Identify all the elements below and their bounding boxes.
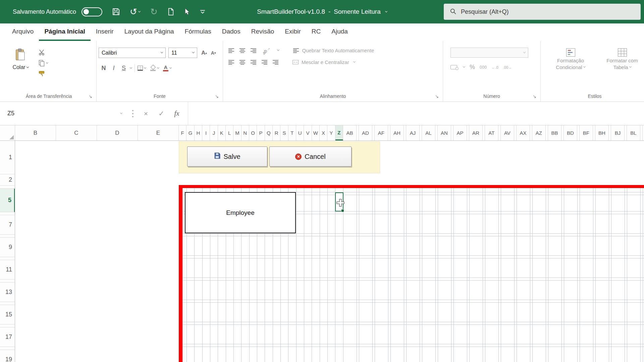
column-header-W[interactable]: W (312, 125, 320, 140)
column-header-F[interactable]: F (179, 125, 186, 140)
column-header-G[interactable]: G (186, 125, 194, 140)
tab-f-rmulas[interactable]: Fórmulas (179, 23, 217, 41)
column-header-AZ[interactable]: AZ (532, 125, 546, 140)
bold-button[interactable]: N (99, 65, 109, 72)
column-header-AP[interactable]: AP (453, 125, 467, 140)
column-sep[interactable] (420, 125, 422, 140)
document-icon[interactable] (168, 8, 174, 15)
name-box[interactable]: Z5 (0, 102, 127, 125)
formula-input[interactable] (188, 102, 644, 125)
column-header-N[interactable]: N (241, 125, 249, 140)
align-middle-icon[interactable] (239, 48, 245, 53)
column-header-AH[interactable]: AH (390, 125, 404, 140)
underline-chevron-icon[interactable] (130, 66, 132, 68)
row-header-7[interactable]: 7 (0, 215, 15, 235)
font-dialog-launcher-icon[interactable] (215, 94, 219, 99)
row-header-19[interactable]: 19 (0, 350, 15, 362)
column-header-AF[interactable]: AF (375, 125, 388, 140)
tab-rc[interactable]: RC (306, 23, 326, 41)
column-sep[interactable] (451, 125, 453, 140)
column-header-BL[interactable]: BL (627, 125, 640, 140)
column-sep[interactable] (625, 125, 627, 140)
undo-icon[interactable]: ↺ (130, 7, 140, 16)
increase-font-icon[interactable]: A▴ (201, 50, 207, 56)
column-header-E[interactable]: E (138, 125, 179, 140)
column-header-AL[interactable]: AL (422, 125, 435, 140)
row-header-hidden[interactable] (0, 257, 15, 260)
salve-button[interactable]: Salve (187, 146, 267, 167)
column-header-L[interactable]: L (226, 125, 233, 140)
customize-qat-icon[interactable] (200, 10, 205, 14)
column-header-Q[interactable]: Q (265, 125, 273, 140)
tab-inserir[interactable]: Inserir (91, 23, 119, 41)
column-header-V[interactable]: V (304, 125, 312, 140)
column-header-O[interactable]: O (249, 125, 257, 140)
save-icon[interactable] (112, 8, 120, 15)
column-sep[interactable] (546, 125, 548, 140)
column-sep[interactable] (435, 125, 438, 140)
formula-bar-grip-icon[interactable] (132, 113, 133, 114)
column-header-H[interactable]: H (195, 125, 202, 140)
column-header-S[interactable]: S (280, 125, 288, 140)
row-header-17[interactable]: 17 (0, 327, 15, 347)
row-header-2[interactable]: 2 (0, 174, 15, 186)
column-sep[interactable] (357, 125, 359, 140)
column-header-AR[interactable]: AR (469, 125, 483, 140)
column-header-Y[interactable]: Y (327, 125, 335, 140)
row-header-hidden[interactable] (0, 235, 15, 238)
copy-icon[interactable] (38, 60, 48, 66)
number-dialog-launcher-icon[interactable] (533, 94, 536, 99)
column-header-T[interactable]: T (288, 125, 296, 140)
row-header-1[interactable]: 1 (0, 141, 15, 174)
name-box-chevron-icon[interactable] (120, 112, 122, 114)
font-name-chevron-icon[interactable] (161, 51, 163, 53)
column-header-K[interactable]: K (218, 125, 226, 140)
column-header-AB[interactable]: AB (343, 125, 357, 140)
employee-box[interactable]: Employee (185, 192, 296, 233)
underline-button[interactable]: S (119, 65, 129, 72)
font-color-icon[interactable]: A (163, 65, 168, 71)
column-sep[interactable] (593, 125, 595, 140)
row-header-5[interactable]: 5 (0, 189, 15, 212)
font-size-combo[interactable]: 11 (168, 48, 197, 58)
row-header-hidden[interactable] (0, 302, 15, 305)
column-sep[interactable] (561, 125, 564, 140)
align-center-icon[interactable] (239, 60, 245, 65)
column-header-B[interactable]: B (15, 125, 56, 140)
row-header-15[interactable]: 15 (0, 305, 15, 324)
search-box[interactable] (444, 4, 641, 20)
tab-revis-o[interactable]: Revisão (246, 23, 280, 41)
font-size-chevron-icon[interactable] (192, 51, 195, 53)
tab-dados[interactable]: Dados (217, 23, 246, 41)
row-header-hidden[interactable] (0, 212, 15, 215)
orientation-icon[interactable]: ab→ (261, 45, 271, 55)
increase-indent-icon[interactable] (273, 60, 278, 65)
borders-icon[interactable] (138, 66, 143, 71)
align-right-icon[interactable] (251, 60, 256, 65)
touch-mouse-mode-icon[interactable] (184, 8, 190, 15)
column-header-X[interactable]: X (320, 125, 327, 140)
row-header-9[interactable]: 9 (0, 238, 15, 257)
column-header-P[interactable]: P (257, 125, 265, 140)
decrease-font-icon[interactable]: A▾ (211, 50, 216, 56)
title-chevron-icon[interactable] (385, 10, 387, 12)
column-header-J[interactable]: J (210, 125, 218, 140)
column-sep[interactable] (640, 125, 643, 140)
cancel-button[interactable]: Cancel (269, 146, 352, 167)
row-header-hidden[interactable] (0, 324, 15, 327)
select-all-corner[interactable] (0, 125, 15, 140)
row-header-hidden[interactable] (0, 280, 15, 283)
clipboard-dialog-launcher-icon[interactable] (89, 94, 92, 99)
column-header-M[interactable]: M (233, 125, 241, 140)
column-sep[interactable] (498, 125, 501, 140)
column-sep[interactable] (372, 125, 375, 140)
column-header-AN[interactable]: AN (438, 125, 451, 140)
column-header-AX[interactable]: AX (517, 125, 530, 140)
tab-p-gina-inicial[interactable]: Página Inicial (39, 23, 90, 41)
column-header-AD[interactable]: AD (359, 125, 372, 140)
cut-icon[interactable] (38, 49, 48, 56)
column-header-Z[interactable]: Z (335, 125, 343, 140)
font-name-combo[interactable]: Calibri (99, 48, 166, 58)
alignment-dialog-launcher-icon[interactable] (435, 94, 439, 99)
column-sep[interactable] (577, 125, 580, 140)
